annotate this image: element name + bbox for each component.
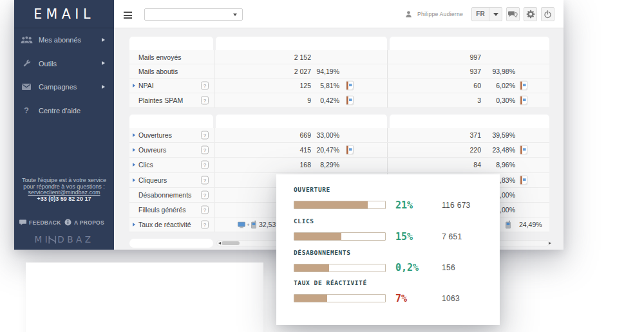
plus-icon: + — [247, 222, 250, 228]
table-header-row — [129, 37, 549, 50]
header-cell-campaign-1 — [216, 115, 387, 128]
help-icon[interactable]: ? — [201, 221, 209, 229]
table-section-deliverability: Mails envoyés 2 152 997 Mails aboutis 2 … — [129, 50, 549, 108]
settings-button[interactable] — [524, 7, 537, 21]
cell-value: 3 — [477, 97, 481, 104]
info-icon — [64, 219, 71, 226]
sidebar-item-campagnes[interactable]: Campagnes — [14, 75, 114, 99]
scrollbar-thumb[interactable] — [222, 241, 240, 245]
cell-value: 84 — [473, 161, 481, 169]
messages-button[interactable] — [506, 7, 520, 21]
campaign-select[interactable] — [144, 8, 243, 21]
row-label: Mails envoyés — [138, 53, 182, 61]
metric-desabonnements: DÉSABONNEMENTS 0,2% 156 — [294, 249, 487, 272]
report-doc-icon[interactable] — [346, 145, 354, 155]
cell-percent: ,00% — [500, 206, 515, 214]
table-row: Ouvreurs ? 415 20,47% — [129, 143, 549, 158]
sidebar-item-outils[interactable]: Outils — [14, 52, 114, 76]
report-doc-icon[interactable] — [520, 145, 527, 155]
users-icon — [20, 35, 33, 44]
cell-value: 937 — [469, 68, 481, 75]
report-doc-icon[interactable] — [520, 95, 527, 105]
row-label: Désabonnements — [138, 191, 191, 199]
device-icons: + — [238, 221, 256, 229]
support-text: Toute l'équipe est à votre service pour … — [14, 178, 114, 203]
mindbaz-logo: MI DBAZ — [14, 234, 114, 244]
mobile-icon — [506, 221, 511, 229]
metric-label: OUVERTURE — [294, 186, 487, 194]
header-cell-campaign-2 — [390, 37, 549, 50]
language-button[interactable]: FR — [471, 7, 502, 21]
help-icon[interactable]: ? — [201, 146, 209, 154]
row-label: Ouvertures — [138, 131, 172, 139]
row-label: NPAI — [138, 82, 154, 89]
cell-value: 125 — [299, 82, 311, 89]
row-label: Mails aboutis — [138, 68, 178, 75]
sidebar-item-centre-aide[interactable]: ? Centre d'aide — [14, 99, 114, 123]
sidebar-item-label: Outils — [39, 60, 57, 68]
row-label: Taux de réactivité — [138, 221, 191, 228]
support-email-link[interactable]: serviceclient@mindbaz.com — [28, 189, 100, 196]
help-icon[interactable]: ? — [201, 176, 209, 184]
mindbaz-logo-text: DBAZ — [57, 234, 93, 244]
user-menu[interactable]: Philippe Audierne — [406, 11, 463, 17]
help-icon[interactable]: ? — [201, 190, 209, 199]
logout-button[interactable] — [541, 7, 554, 21]
expand-arrow-icon[interactable] — [133, 84, 135, 88]
cell-value: 669 — [299, 131, 311, 139]
about-link[interactable]: A PROPOS — [64, 219, 104, 226]
scroll-right-icon[interactable] — [549, 242, 551, 244]
expand-arrow-icon[interactable] — [133, 178, 135, 182]
metric-ouverture: OUVERTURE 21% 116 673 — [294, 186, 487, 209]
header-cell-campaign-1 — [216, 37, 387, 50]
sidebar-item-mes-abonnes[interactable]: Mes abonnés — [14, 28, 114, 52]
metric-label: DÉSABONNEMENTS — [294, 249, 487, 257]
expand-arrow-icon[interactable] — [133, 223, 135, 226]
topbar: Philippe Audierne FR — [114, 0, 564, 28]
chat-icon — [508, 11, 518, 18]
cell-value: 9 — [307, 97, 311, 104]
progress-bar — [294, 201, 386, 209]
user-icon — [406, 11, 412, 17]
table-row: NPAI ? 125 5,81% — [129, 79, 549, 93]
cell-percent: 23,48% — [492, 146, 515, 154]
expand-arrow-icon[interactable] — [133, 148, 135, 152]
progress-bar-fill — [294, 201, 368, 208]
table-row: Ouvertures ? 669 33,00% 371 39,59% — [129, 128, 549, 143]
cell-percent: 0,42% — [320, 97, 339, 104]
language-label: FR — [472, 8, 489, 21]
chevron-right-icon — [102, 85, 105, 89]
help-icon[interactable]: ? — [201, 82, 209, 90]
report-doc-icon[interactable] — [520, 81, 527, 91]
cell-value: 220 — [469, 146, 481, 154]
envelope-icon — [20, 84, 33, 90]
table-row: Mails envoyés 2 152 997 — [129, 50, 549, 64]
cell-value: 997 — [469, 53, 481, 61]
cell-percent: 6,02% — [496, 82, 515, 89]
help-icon[interactable]: ? — [201, 131, 209, 140]
progress-bar-fill — [294, 233, 341, 240]
expand-arrow-icon[interactable] — [133, 133, 135, 137]
sidebar-footer: Toute l'équipe est à votre service pour … — [14, 172, 114, 250]
report-doc-icon[interactable] — [346, 81, 354, 91]
help-icon[interactable]: ? — [201, 161, 209, 169]
progress-bar — [294, 232, 386, 241]
metric-percent: 7% — [395, 293, 407, 304]
menu-toggle-icon[interactable] — [124, 12, 132, 21]
metric-percent: 21% — [395, 199, 413, 211]
help-icon[interactable]: ? — [201, 96, 209, 104]
expand-arrow-icon[interactable] — [133, 163, 135, 167]
metric-value: 116 673 — [442, 201, 471, 210]
metric-value: 7 651 — [442, 232, 462, 241]
cell-value: 371 — [469, 131, 481, 139]
report-doc-icon[interactable] — [346, 95, 354, 105]
metric-label: CLICS — [294, 217, 487, 225]
sidebar-item-label: Centre d'aide — [39, 107, 80, 115]
feedback-link[interactable]: FEEDBACK — [19, 219, 61, 226]
scroll-left-icon[interactable] — [218, 242, 221, 244]
caret-down-icon — [493, 13, 498, 16]
sidebar-nav: Mes abonnés Outils — [14, 28, 114, 122]
cell-value: 2 152 — [294, 53, 311, 61]
help-icon[interactable]: ? — [201, 206, 209, 214]
report-doc-icon[interactable] — [520, 175, 527, 185]
